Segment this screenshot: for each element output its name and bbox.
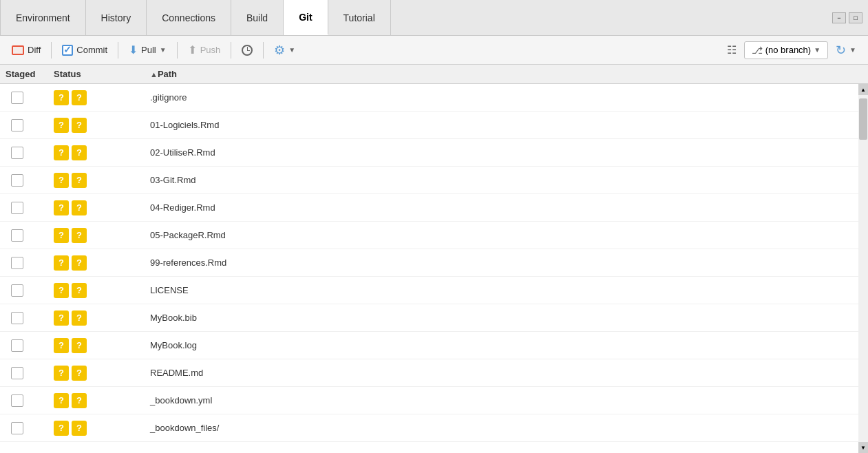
cell-staged-8 (0, 312, 48, 324)
history-button[interactable] (235, 41, 259, 59)
table-row: ? ? 05-PackageR.Rmd (0, 222, 868, 249)
row-checkbox-6[interactable] (11, 257, 23, 269)
status-badge-2-5: ? (72, 228, 87, 243)
status-badge-2-12: ? (72, 421, 87, 436)
row-checkbox-11[interactable] (11, 394, 23, 407)
cell-path-10[interactable]: README.md (145, 368, 868, 378)
settings-dropdown-arrow: ▼ (288, 46, 295, 54)
tab-connections[interactable]: Connections (147, 0, 231, 35)
status-badge-1-3: ? (54, 173, 69, 188)
cell-path-7[interactable]: LICENSE (145, 285, 868, 295)
cell-status-3: ? ? (48, 173, 145, 188)
toolbar-separator-5 (263, 42, 264, 59)
status-badge-2-9: ? (72, 338, 87, 353)
row-checkbox-1[interactable] (11, 119, 23, 131)
status-badge-2-2: ? (72, 145, 87, 160)
cell-staged-9 (0, 339, 48, 352)
scrollbar-down[interactable]: ▼ (858, 442, 868, 453)
cell-path-4[interactable]: 04-Rediger.Rmd (145, 202, 868, 213)
maximize-button[interactable]: □ (849, 12, 862, 23)
scrollbar[interactable]: ▲ ▼ (858, 84, 868, 453)
cell-path-12[interactable]: _bookdown_files/ (145, 423, 868, 433)
tab-environment[interactable]: Environment (0, 0, 86, 35)
sort-arrow-icon: ▲ (150, 70, 158, 78)
cell-path-11[interactable]: _bookdown.yml (145, 395, 868, 405)
cell-status-10: ? ? (48, 366, 145, 381)
table-row: ? ? _bookdown.yml (0, 387, 868, 414)
minimize-button[interactable]: − (832, 12, 846, 23)
toolbar-separator-2 (118, 42, 118, 59)
row-checkbox-3[interactable] (11, 174, 23, 187)
status-badge-1-6: ? (54, 255, 69, 271)
cell-path-6[interactable]: 99-references.Rmd (145, 257, 868, 268)
status-badge-1-0: ? (54, 90, 69, 105)
cell-path-0[interactable]: .gitignore (145, 92, 868, 103)
branch-dropdown-arrow: ▼ (814, 46, 821, 54)
cell-path-9[interactable]: MyBook.log (145, 340, 868, 350)
cell-path-5[interactable]: 05-PackageR.Rmd (145, 230, 868, 240)
branch-selector[interactable]: ⎇ (no branch) ▼ (744, 41, 828, 59)
tab-tutorial[interactable]: Tutorial (328, 0, 391, 35)
row-checkbox-5[interactable] (11, 229, 23, 242)
status-badge-1-1: ? (54, 118, 69, 133)
table-row: ? ? 99-references.Rmd (0, 249, 868, 277)
pull-button[interactable]: ⬇ Pull ▼ (123, 40, 173, 60)
cell-path-8[interactable]: MyBook.bib (145, 313, 868, 323)
refresh-icon: ↻ (836, 43, 846, 58)
row-checkbox-7[interactable] (11, 284, 23, 297)
col-header-status[interactable]: Status (48, 69, 145, 79)
row-checkbox-4[interactable] (11, 202, 23, 214)
refresh-button[interactable]: ↻ ▼ (829, 39, 862, 61)
col-header-path[interactable]: ▲ Path (145, 69, 868, 79)
row-checkbox-8[interactable] (11, 312, 23, 324)
scrollbar-track[interactable] (858, 95, 868, 442)
table-body: ? ? .gitignore ? ? 01-Logiciels.Rmd ? ? … (0, 84, 868, 453)
tab-build[interactable]: Build (231, 0, 284, 35)
commit-button[interactable]: Commit (56, 41, 114, 59)
scrollbar-up[interactable]: ▲ (858, 84, 868, 95)
cell-path-1[interactable]: 01-Logiciels.Rmd (145, 120, 868, 130)
pull-icon: ⬇ (129, 43, 138, 56)
cell-status-6: ? ? (48, 255, 145, 271)
push-icon: ⬆ (188, 43, 197, 56)
cell-staged-12 (0, 422, 48, 434)
table-row: ? ? 02-UtiliseR.Rmd (0, 139, 868, 167)
row-checkbox-0[interactable] (11, 92, 23, 104)
table-row: ? ? MyBook.bib (0, 304, 868, 332)
row-checkbox-2[interactable] (11, 147, 23, 159)
cell-status-12: ? ? (48, 421, 145, 436)
stage-all-button[interactable]: ☷ (721, 40, 743, 60)
cell-path-2[interactable]: 02-UtiliseR.Rmd (145, 147, 868, 158)
tab-history[interactable]: History (86, 0, 147, 35)
status-badge-2-1: ? (72, 118, 87, 133)
push-button[interactable]: ⬆ Push (182, 40, 227, 60)
cell-status-1: ? ? (48, 118, 145, 133)
toolbar: Diff Commit ⬇ Pull ▼ ⬆ Push ⚙ ▼ ☷ ⎇ (no … (0, 36, 868, 65)
toolbar-separator-3 (177, 42, 178, 59)
tab-bar: Environment History Connections Build Gi… (0, 0, 868, 36)
row-checkbox-10[interactable] (11, 367, 23, 379)
status-badge-2-11: ? (72, 393, 87, 408)
table-row: ? ? 04-Rediger.Rmd (0, 194, 868, 222)
cell-status-8: ? ? (48, 310, 145, 326)
status-badge-2-10: ? (72, 366, 87, 381)
row-checkbox-12[interactable] (11, 422, 23, 434)
tab-git[interactable]: Git (284, 0, 328, 35)
status-badge-1-12: ? (54, 421, 69, 436)
commit-icon (62, 45, 73, 56)
diff-icon (12, 45, 24, 55)
row-checkbox-9[interactable] (11, 339, 23, 352)
cell-staged-1 (0, 119, 48, 131)
cell-staged-0 (0, 92, 48, 104)
cell-staged-3 (0, 174, 48, 187)
cell-status-9: ? ? (48, 338, 145, 353)
cell-path-3[interactable]: 03-Git.Rmd (145, 175, 868, 185)
cell-staged-10 (0, 367, 48, 379)
status-badge-2-0: ? (72, 90, 87, 105)
cell-staged-2 (0, 147, 48, 159)
diff-button[interactable]: Diff (6, 41, 47, 59)
table-header: Staged Status ▲ Path (0, 65, 868, 84)
table-row: ? ? README.md (0, 359, 868, 387)
settings-button[interactable]: ⚙ ▼ (268, 39, 301, 61)
status-badge-1-2: ? (54, 145, 69, 160)
